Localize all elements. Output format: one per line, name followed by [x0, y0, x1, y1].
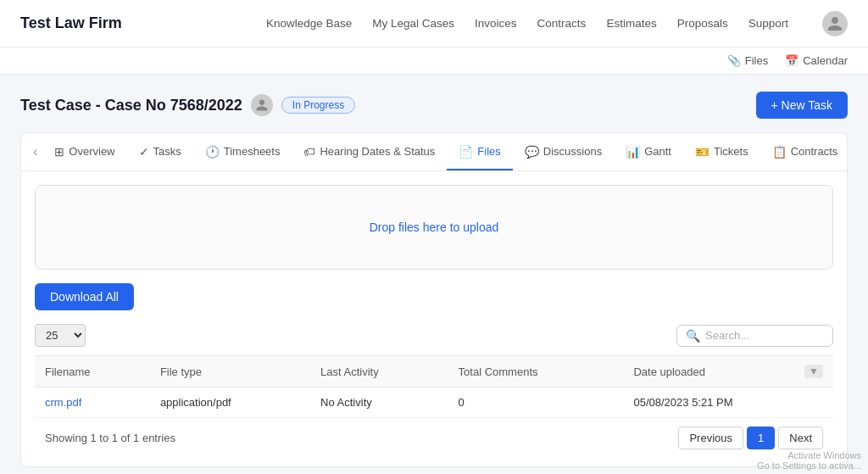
nav-invoices[interactable]: Invoices [475, 17, 517, 30]
ticket-icon: 🎫 [695, 145, 709, 159]
nav-my-legal-cases[interactable]: My Legal Cases [372, 17, 454, 30]
nav-links: Knowledge Base My Legal Cases Invoices C… [266, 11, 848, 36]
col-date-uploaded[interactable]: Date uploaded ▼ [623, 356, 833, 388]
drop-zone-text: Drop files here to upload [370, 220, 499, 234]
col-filetype: File type [150, 356, 310, 388]
col-total-comments: Total Comments [448, 356, 624, 388]
tab-hearing-dates[interactable]: 🏷 Hearing Dates & Status [292, 135, 447, 170]
new-task-button[interactable]: + New Task [756, 92, 849, 119]
file-icon: 📄 [459, 145, 473, 159]
grid-icon: ⊞ [54, 145, 64, 159]
tab-files[interactable]: 📄 Files [447, 135, 512, 170]
per-page-select[interactable]: 25 50 100 [35, 324, 86, 347]
case-header: Test Case - Case No 7568/2022 In Progres… [20, 92, 848, 119]
previous-page-button[interactable]: Previous [678, 427, 743, 449]
tab-timesheets[interactable]: 🕐 Timesheets [193, 135, 292, 170]
col-filename: Filename [35, 356, 150, 388]
nav-estimates[interactable]: Estimates [606, 17, 656, 30]
drop-zone[interactable]: Drop files here to upload [35, 185, 833, 270]
gantt-icon: 📊 [626, 145, 640, 159]
status-badge: In Progress [281, 97, 355, 114]
files-content: Drop files here to upload Download All 2… [21, 171, 847, 466]
nav-contracts[interactable]: Contracts [537, 17, 587, 30]
next-page-button[interactable]: Next [778, 427, 823, 449]
cell-filetype: application/pdf [150, 388, 310, 418]
doc-icon: 📋 [772, 145, 787, 159]
pagination-row: Showing 1 to 1 of 1 entries Previous 1 N… [35, 418, 833, 453]
subbar: 📎 Files 📅 Calendar [0, 47, 868, 75]
search-bar: 🔍 [676, 325, 833, 347]
cell-date-uploaded: 05/08/2023 5:21 PM [623, 388, 833, 418]
top-navbar: Test Law Firm Knowledge Base My Legal Ca… [0, 0, 868, 47]
chat-icon: 💬 [525, 145, 539, 159]
subbar-files[interactable]: 📎 Files [727, 54, 768, 67]
tab-gantt[interactable]: 📊 Gantt [614, 135, 683, 170]
table-header: Filename File type Last Activity Total C… [35, 356, 833, 388]
col-last-activity: Last Activity [310, 356, 448, 388]
cell-last-activity: No Activity [310, 388, 448, 418]
clock-icon: 🕐 [205, 145, 220, 159]
file-link[interactable]: crm.pdf [45, 396, 81, 409]
subbar-calendar[interactable]: 📅 Calendar [785, 54, 848, 67]
check-icon: ✓ [139, 145, 149, 159]
paperclip-icon: 📎 [727, 54, 741, 67]
user-avatar[interactable] [822, 11, 848, 36]
tab-tickets[interactable]: 🎫 Tickets [683, 135, 760, 170]
sort-icon: ▼ [804, 365, 823, 378]
current-page-button[interactable]: 1 [747, 427, 775, 449]
nav-support[interactable]: Support [748, 17, 788, 30]
brand-logo: Test Law Firm [20, 14, 122, 32]
tab-discussions[interactable]: 💬 Discussions [513, 135, 614, 170]
cell-filename: crm.pdf [35, 388, 150, 418]
tab-bar: ‹ ⊞ Overview ✓ Tasks 🕐 Timesheets 🏷 Hear… [21, 133, 847, 171]
tab-tasks[interactable]: ✓ Tasks [127, 135, 193, 170]
download-all-button[interactable]: Download All [35, 283, 134, 310]
calendar-icon: 📅 [785, 54, 798, 67]
tag-icon: 🏷 [303, 145, 315, 159]
main-content: Test Case - Case No 7568/2022 In Progres… [0, 75, 868, 474]
tab-contracts[interactable]: 📋 Contracts [760, 135, 847, 170]
cell-total-comments: 0 [448, 388, 624, 418]
nav-knowledge-base[interactable]: Knowledge Base [266, 17, 352, 30]
tab-overview[interactable]: ⊞ Overview [42, 135, 126, 170]
search-icon: 🔍 [686, 329, 700, 343]
case-avatar [251, 94, 273, 116]
tab-panel: ‹ ⊞ Overview ✓ Tasks 🕐 Timesheets 🏷 Hear… [20, 132, 848, 467]
files-table: Filename File type Last Activity Total C… [35, 355, 833, 418]
table-row: crm.pdf application/pdf No Activity 0 05… [35, 388, 833, 418]
table-body: crm.pdf application/pdf No Activity 0 05… [35, 388, 833, 418]
search-input[interactable] [705, 329, 824, 342]
case-title: Test Case - Case No 7568/2022 [20, 97, 242, 114]
pagination-info: Showing 1 to 1 of 1 entries [45, 432, 175, 444]
pagination-buttons: Previous 1 Next [678, 427, 823, 449]
tab-prev-button[interactable]: ‹ [28, 133, 42, 170]
table-controls: 25 50 100 🔍 [35, 324, 833, 347]
nav-proposals[interactable]: Proposals [677, 17, 728, 30]
